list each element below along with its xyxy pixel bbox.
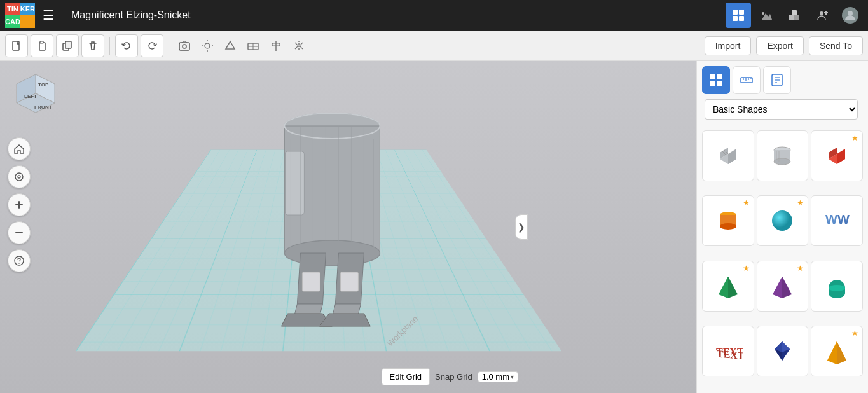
grid-view-button[interactable] [726,3,751,28]
svg-rect-15 [40,41,43,43]
project-title: Magnificent Elzing-Snicket [71,10,191,21]
new-button[interactable] [5,34,28,57]
svg-point-8 [820,11,823,15]
shape-image-pyramid-purple [766,270,798,302]
send-to-button[interactable]: Send To [809,36,863,55]
toolbar-actions: Import Export Send To [705,36,863,55]
collapse-panel-button[interactable]: ❯ [515,214,528,240]
shape-star-pyramid-yellow: ★ [851,329,858,338]
view-camera-icon[interactable] [174,36,195,56]
svg-marker-67 [319,314,370,326]
clipboard-button[interactable] [31,34,53,57]
view-align-icon[interactable] [266,36,286,56]
view-light-icon[interactable] [197,36,217,56]
shape-item-text-blue[interactable]: W W [811,195,863,246]
logo-tin: TIN [5,3,20,15]
left-controls [8,137,31,272]
shape-item-pyramid-yellow[interactable]: ★ [811,326,863,376]
topbar: TIN KER CAD ☰ Magnificent Elzing-Snicket [0,0,868,31]
duplicate-button[interactable] [56,34,79,57]
shape-item-pyramid-green[interactable]: ★ [702,261,754,312]
svg-point-19 [183,45,186,48]
shape-image-text-red: TEXT TEXT [712,335,744,367]
blocks-button[interactable] [782,3,807,28]
svg-point-106 [829,285,845,291]
svg-rect-14 [39,43,45,50]
shape-item-cylinder-orange[interactable]: ★ [702,195,754,246]
view-mirror-icon[interactable] [289,36,309,56]
hamburger-button[interactable]: ☰ [36,3,61,28]
shape-item-gem-blue[interactable] [757,326,809,376]
tab-notes[interactable] [763,66,791,94]
snap-value: 1.0 mm [482,372,509,382]
add-person-button[interactable] [809,3,835,28]
redo-button[interactable] [141,34,163,57]
svg-rect-1 [739,10,744,15]
main-area: LEFT FRONT TOP [0,61,868,393]
svg-rect-68 [710,74,715,79]
shape-category-dropdown[interactable]: Basic Shapes [705,99,858,120]
svg-text:TOP: TOP [38,82,49,88]
viewport[interactable]: LEFT FRONT TOP [0,61,696,393]
svg-marker-115 [837,341,846,364]
cube-navigator[interactable]: LEFT FRONT TOP [10,71,61,122]
svg-rect-70 [710,81,715,86]
svg-rect-5 [789,15,794,20]
svg-rect-6 [794,15,799,20]
svg-rect-3 [739,16,744,21]
logo-ker: KER [20,3,35,15]
shape-star-box-red: ★ [851,134,858,142]
svg-text:W: W [837,212,850,226]
shape-image-text-blue: W W [821,205,853,237]
svg-marker-116 [827,341,837,364]
svg-point-43 [18,263,20,264]
logo-blank [20,15,35,28]
svg-point-42 [15,256,24,265]
zoom-out-button[interactable] [8,221,31,244]
import-button[interactable]: Import [705,36,752,55]
delete-button[interactable] [81,34,104,57]
snap-dropdown-icon[interactable]: ▾ [511,373,514,380]
shape-image-halfcyl-teal [821,270,853,302]
svg-rect-72 [741,78,752,83]
svg-marker-93 [837,149,845,164]
shape-item-box-red[interactable]: ★ [811,130,863,181]
shape-image-cylinder-orange [712,205,744,237]
zoom-in-button[interactable] [8,193,31,216]
svg-marker-102 [719,277,728,298]
svg-rect-0 [733,10,738,15]
shape-item-text-red[interactable]: TEXT TEXT [702,326,754,376]
question-button[interactable] [8,249,31,272]
svg-rect-2 [733,16,738,21]
avatar-button[interactable] [837,3,863,28]
shape-image-box-hatch [712,140,744,172]
3d-model [230,88,434,329]
shape-star-cylinder-orange: ★ [743,198,750,207]
tab-ruler[interactable] [733,66,761,94]
shape-star-sphere-teal: ★ [797,198,804,207]
svg-rect-13 [13,41,19,50]
view-shape-icon[interactable] [220,36,240,56]
svg-point-12 [848,11,853,16]
view-plane-icon[interactable] [243,36,263,56]
home-view-button[interactable] [8,137,31,160]
shape-item-box-hatch[interactable] [702,130,754,181]
separator-1 [109,37,110,55]
build-button[interactable] [754,3,779,28]
shape-item-halfcyl-teal[interactable] [811,261,863,312]
shape-item-sphere-teal[interactable]: ★ [757,195,809,246]
snap-grid-label: Snap Grid [435,372,472,382]
shape-item-pyramid-purple[interactable]: ★ [757,261,809,312]
undo-button[interactable] [115,34,138,57]
edit-grid-button[interactable]: Edit Grid [382,368,431,385]
svg-point-96 [720,223,736,230]
shape-image-gem-blue [766,335,798,367]
svg-rect-51 [285,151,304,215]
fit-view-button[interactable] [8,165,31,188]
export-button[interactable]: Export [756,36,803,55]
svg-text:LEFT: LEFT [24,93,37,99]
shape-item-cylinder-hatch[interactable] [757,130,809,181]
svg-marker-83 [728,149,736,164]
shape-star-pyramid-purple: ★ [797,264,804,273]
tab-grid[interactable] [702,66,730,94]
